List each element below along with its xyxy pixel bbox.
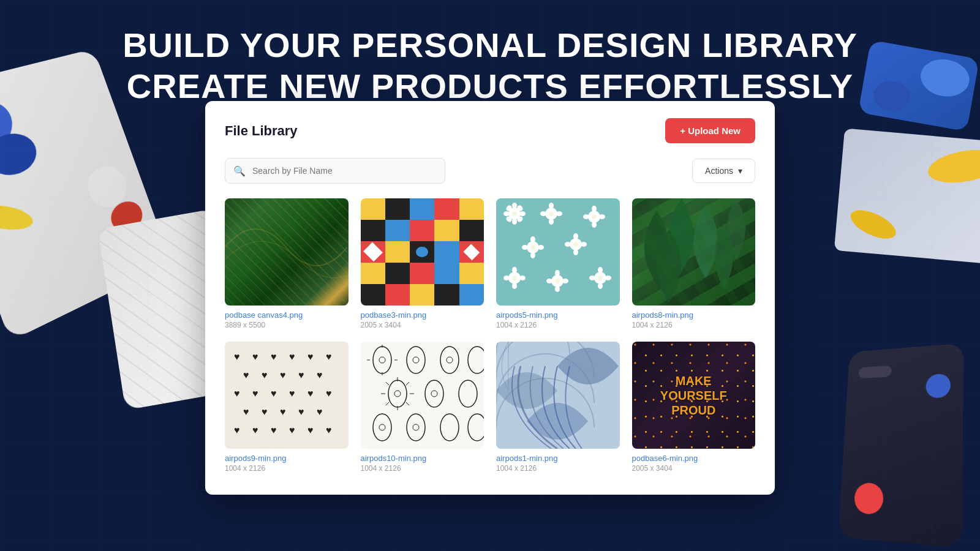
svg-text:♥: ♥ [326, 351, 332, 362]
svg-point-28 [538, 245, 544, 250]
item-name-airpods8: airpods8-min.png [632, 310, 756, 320]
img-podbase3 [361, 198, 484, 305]
item-name-airpods10: airpods10-min.png [361, 454, 484, 463]
svg-text:♥: ♥ [271, 351, 277, 362]
modal-title: File Library [225, 123, 298, 139]
svg-point-104 [459, 380, 477, 407]
item-dims-airpods1: 1004 x 2126 [496, 464, 620, 473]
thumb-airpods1 [496, 342, 620, 449]
svg-point-88 [413, 357, 419, 363]
toolbar: 🔍 Actions [225, 158, 755, 184]
svg-point-108 [413, 424, 419, 430]
svg-point-37 [512, 267, 517, 273]
svg-text:♥: ♥ [289, 388, 295, 399]
svg-point-107 [407, 414, 425, 441]
grid-item-airpods9[interactable]: ♥ ♥ ♥ ♥ ♥ ♥ ♥ ♥ ♥ ♥ ♥ ♥ ♥ ♥ ♥ [225, 342, 349, 473]
svg-point-6 [519, 211, 526, 216]
svg-text:♥: ♥ [234, 425, 240, 435]
svg-line-100 [386, 402, 389, 405]
svg-line-98 [386, 382, 389, 385]
svg-point-32 [573, 249, 578, 255]
svg-point-103 [431, 391, 437, 397]
img-airpods5 [496, 198, 620, 305]
search-icon: 🔍 [233, 165, 246, 177]
svg-text:♥: ♥ [326, 425, 332, 435]
svg-point-109 [440, 414, 459, 441]
svg-text:♥: ♥ [234, 351, 240, 362]
svg-text:♥: ♥ [280, 370, 286, 380]
svg-point-3 [512, 203, 517, 209]
svg-text:♥: ♥ [298, 407, 304, 417]
svg-point-44 [555, 286, 560, 292]
swirls-svg [361, 342, 484, 449]
item-name-airpods5: airpods5-min.png [496, 310, 620, 320]
item-name-podbase6: podbase6-min.png [632, 454, 756, 463]
svg-point-102 [425, 380, 443, 407]
svg-point-4 [512, 219, 517, 225]
svg-point-5 [503, 211, 510, 216]
svg-line-99 [406, 382, 409, 385]
grid-item-podbase3[interactable]: podbase3-min.png 2005 x 3404 [361, 198, 484, 329]
svg-text:♥: ♥ [307, 351, 314, 362]
grid-item-airpods1[interactable]: airpods1-min.png 1004 x 2126 [496, 342, 620, 473]
svg-text:♥: ♥ [271, 425, 277, 435]
svg-text:♥: ♥ [243, 407, 249, 417]
thumb-podbase6: MAKEYOURSELFPROUD [632, 342, 756, 449]
img-airpods9: ♥ ♥ ♥ ♥ ♥ ♥ ♥ ♥ ♥ ♥ ♥ ♥ ♥ ♥ ♥ [225, 342, 349, 449]
svg-point-51 [589, 276, 595, 280]
svg-text:♥: ♥ [252, 425, 258, 435]
item-dims-airpods8: 1004 x 2126 [632, 321, 756, 329]
svg-point-27 [522, 245, 528, 250]
svg-point-92 [388, 380, 407, 407]
grid-item-airpods8[interactable]: airpods8-min.png 1004 x 2126 [632, 198, 756, 329]
thumb-airpods10 [361, 342, 484, 449]
svg-point-89 [440, 347, 459, 373]
thumb-airpods5 [496, 198, 620, 305]
svg-point-93 [394, 391, 401, 397]
chevron-down-icon [738, 166, 742, 176]
svg-point-26 [530, 252, 535, 258]
svg-point-36 [512, 276, 517, 280]
svg-point-22 [599, 214, 605, 219]
image-grid: podbase canvas4.png 3889 x 5500 podbase3… [225, 198, 755, 473]
svg-point-40 [519, 276, 526, 280]
svg-point-39 [503, 276, 510, 280]
leaves-svg [632, 198, 756, 305]
svg-point-38 [512, 283, 517, 289]
actions-button[interactable]: Actions [692, 159, 755, 183]
svg-point-90 [447, 357, 453, 363]
grid-item-airpods10[interactable]: airpods10-min.png 1004 x 2126 [361, 342, 484, 473]
item-dims-airpods9: 1004 x 2126 [225, 464, 349, 473]
make-yourself-proud-text: MAKEYOURSELFPROUD [660, 373, 727, 418]
svg-point-110 [468, 414, 484, 441]
item-dims-podbase6: 2005 x 3404 [632, 464, 756, 473]
svg-text:♥: ♥ [243, 370, 249, 380]
bandana-svg [496, 342, 620, 449]
upload-new-button[interactable]: + Upload New [665, 118, 755, 143]
search-input[interactable] [225, 158, 445, 184]
svg-text:♥: ♥ [262, 407, 268, 417]
item-dims-airpods5: 1004 x 2126 [496, 321, 620, 329]
item-dims-canvas4: 3889 x 5500 [225, 321, 349, 329]
svg-text:♥: ♥ [289, 425, 295, 435]
svg-text:♥: ♥ [234, 388, 240, 399]
canvas4-svg [225, 198, 349, 305]
svg-point-46 [562, 279, 568, 283]
svg-text:♥: ♥ [271, 388, 277, 399]
svg-point-81 [373, 347, 391, 373]
grid-item-canvas4[interactable]: podbase canvas4.png 3889 x 5500 [225, 198, 349, 329]
actions-label: Actions [705, 166, 733, 176]
file-library-modal: File Library + Upload New 🔍 Actions [205, 101, 775, 495]
svg-point-16 [556, 211, 562, 216]
svg-point-15 [540, 211, 546, 216]
grid-item-airpods5[interactable]: airpods5-min.png 1004 x 2126 [496, 198, 620, 329]
thumb-airpods8 [632, 198, 756, 305]
hero-line1: BUILD YOUR PERSONAL DESIGN LIBRARY [0, 24, 980, 66]
img-airpods1 [496, 342, 620, 449]
grid-item-podbase6[interactable]: MAKEYOURSELFPROUD podbase6-min.png 2005 … [632, 342, 756, 473]
svg-text:♥: ♥ [298, 370, 304, 380]
svg-point-18 [592, 214, 597, 219]
svg-point-91 [468, 347, 484, 373]
svg-point-52 [605, 276, 611, 280]
svg-point-13 [549, 203, 554, 209]
